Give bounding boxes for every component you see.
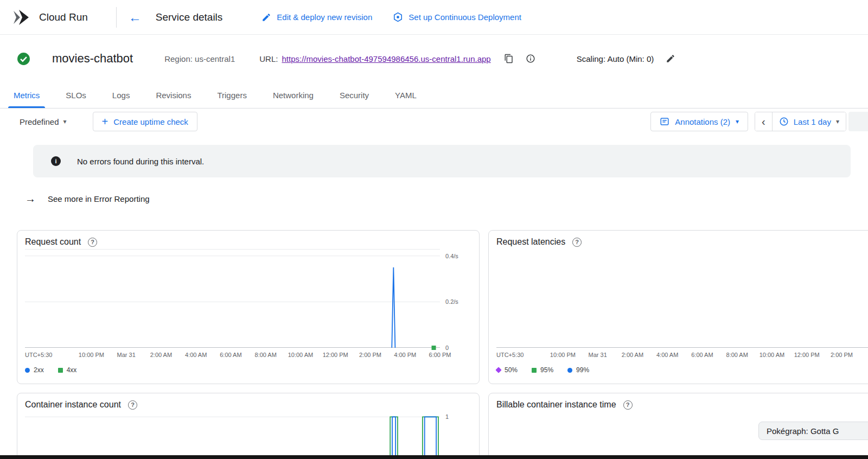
- request-count-chart: 0.4/s0.2/s0UTC+5:3010:00 PMMar 312:00 AM…: [25, 249, 471, 361]
- card-title: Request count: [25, 237, 81, 247]
- legend-label: 99%: [576, 366, 589, 374]
- svg-text:UTC+5:30: UTC+5:30: [496, 352, 524, 358]
- chevron-down-icon: ▾: [836, 118, 839, 125]
- service-url-link[interactable]: https://movies-chatbot-497594986456.us-c…: [282, 54, 490, 63]
- metrics-toolbar: Predefined ▾ + Create uptime check Annot…: [0, 109, 868, 134]
- info-icon: i: [51, 156, 61, 166]
- legend-item: 95%: [532, 366, 553, 374]
- card-title: Request latencies: [496, 237, 565, 247]
- pokegraph-tooltip: Pokégraph: Gotta G: [758, 422, 868, 440]
- help-icon[interactable]: ?: [572, 238, 582, 247]
- svg-text:Mar 31: Mar 31: [117, 352, 136, 358]
- legend-label: 2xx: [34, 366, 44, 374]
- clock-icon: [779, 117, 789, 126]
- url-label: URL:: [259, 54, 278, 63]
- help-icon[interactable]: ?: [623, 400, 633, 410]
- card-title: Billable container instance time: [496, 400, 616, 410]
- time-back-button[interactable]: ‹: [755, 112, 772, 131]
- service-region: Region: us-central1: [164, 54, 235, 63]
- svg-text:2:00 AM: 2:00 AM: [150, 352, 172, 358]
- legend-item: 4xx: [58, 366, 77, 374]
- container-instance-count-chart: 1: [25, 412, 471, 459]
- divider: [116, 7, 117, 28]
- time-range-label: Last 1 day: [794, 117, 831, 126]
- error-reporting-label: See more in Error Reporting: [48, 194, 150, 203]
- info-icon: [526, 54, 535, 63]
- error-reporting-link[interactable]: → See more in Error Reporting: [25, 193, 868, 204]
- url-info-button[interactable]: [525, 53, 537, 65]
- product-name: Cloud Run: [39, 11, 88, 23]
- copy-icon: [504, 54, 514, 63]
- legend-label: 95%: [540, 366, 553, 374]
- copy-url-button[interactable]: [503, 53, 515, 65]
- svg-text:4:00 AM: 4:00 AM: [656, 352, 678, 358]
- request-latencies-chart: UTC+5:3010:00 PMMar 312:00 AM4:00 AM6:00…: [496, 249, 868, 361]
- service-status-icon: [17, 52, 30, 66]
- card-title: Container instance count: [25, 400, 121, 410]
- svg-text:8:00 AM: 8:00 AM: [255, 352, 277, 358]
- setup-cd-action[interactable]: Set up Continuous Deployment: [393, 12, 521, 22]
- service-name: movies-chatbot: [52, 52, 133, 66]
- svg-text:2:00 PM: 2:00 PM: [359, 352, 381, 358]
- chevron-down-icon: ▾: [63, 118, 67, 125]
- svg-text:8:00 AM: 8:00 AM: [726, 352, 748, 358]
- svg-text:10:00 PM: 10:00 PM: [550, 352, 576, 358]
- create-uptime-check-label: Create uptime check: [113, 117, 188, 126]
- service-url-group: URL: https://movies-chatbot-497594986456…: [259, 53, 536, 65]
- pencil-icon: [666, 54, 675, 63]
- toolbar-right-group: Annotations (2) ▾ ‹ Last 1 day ▾: [650, 112, 846, 131]
- tab-revisions[interactable]: Revisions: [143, 82, 204, 108]
- tab-yaml[interactable]: YAML: [382, 82, 430, 108]
- svg-text:0.4/s: 0.4/s: [445, 253, 458, 259]
- request-count-card: Request count ? 0.4/s0.2/s0UTC+5:3010:00…: [17, 230, 480, 384]
- chevron-left-icon: ‹: [762, 116, 765, 127]
- svg-text:12:00 PM: 12:00 PM: [794, 352, 820, 358]
- svg-text:Mar 31: Mar 31: [589, 352, 607, 358]
- svg-text:10:00 AM: 10:00 AM: [288, 352, 313, 358]
- edit-deploy-action[interactable]: Edit & deploy new revision: [261, 12, 372, 22]
- time-range-group: ‹ Last 1 day ▾: [755, 112, 846, 131]
- help-icon[interactable]: ?: [88, 238, 97, 247]
- create-uptime-check-button[interactable]: + Create uptime check: [93, 112, 197, 131]
- tab-metrics[interactable]: Metrics: [1, 82, 53, 108]
- time-range-button[interactable]: Last 1 day ▾: [772, 112, 846, 131]
- svg-text:6:00 PM: 6:00 PM: [429, 352, 451, 358]
- deploy-icon: [393, 12, 403, 22]
- container-instance-count-card: Container instance count ? 1: [17, 393, 480, 459]
- tab-logs[interactable]: Logs: [99, 82, 143, 108]
- svg-text:10:00 AM: 10:00 AM: [760, 352, 784, 358]
- svg-text:4:00 AM: 4:00 AM: [185, 352, 207, 358]
- svg-text:2:00 AM: 2:00 AM: [622, 352, 643, 358]
- bottom-edge-bar: [0, 455, 868, 459]
- legend-item: 2xx: [25, 366, 44, 374]
- metrics-grid: Request count ? 0.4/s0.2/s0UTC+5:3010:00…: [17, 230, 868, 459]
- edit-scaling-button[interactable]: [665, 53, 676, 65]
- back-button[interactable]: ←: [123, 9, 147, 26]
- tab-bar: Metrics SLOs Logs Revisions Triggers Net…: [0, 82, 868, 109]
- tab-networking[interactable]: Networking: [260, 82, 327, 108]
- chevron-down-icon: ▾: [736, 118, 739, 125]
- svg-text:1: 1: [445, 413, 449, 420]
- top-app-bar: Cloud Run ← Service details Edit & deplo…: [0, 0, 868, 35]
- svg-text:4:00 PM: 4:00 PM: [394, 352, 416, 358]
- legend-square-icon: [532, 368, 537, 373]
- annotations-button[interactable]: Annotations (2) ▾: [650, 112, 748, 131]
- no-errors-banner: i No errors found during this interval.: [33, 145, 851, 177]
- legend-square-icon: [58, 368, 63, 373]
- tab-triggers[interactable]: Triggers: [204, 82, 259, 108]
- request-latencies-card: Request latencies ? UTC+5:3010:00 PMMar …: [488, 230, 868, 384]
- legend-label: 50%: [505, 366, 518, 374]
- predefined-dropdown[interactable]: Predefined ▾: [20, 117, 67, 126]
- legend-diamond-icon: [495, 367, 501, 373]
- toolbar-overflow-stub[interactable]: [848, 112, 868, 131]
- help-icon[interactable]: ?: [128, 400, 137, 410]
- page-title: Service details: [156, 11, 223, 23]
- tab-security[interactable]: Security: [327, 82, 382, 108]
- predefined-label: Predefined: [20, 117, 59, 126]
- svg-text:0: 0: [445, 345, 449, 351]
- svg-text:12:00 PM: 12:00 PM: [323, 352, 348, 358]
- tab-slos[interactable]: SLOs: [53, 82, 99, 108]
- svg-text:6:00 AM: 6:00 AM: [220, 352, 241, 358]
- annotations-label: Annotations (2): [675, 117, 730, 126]
- legend-circle-icon: [567, 368, 572, 373]
